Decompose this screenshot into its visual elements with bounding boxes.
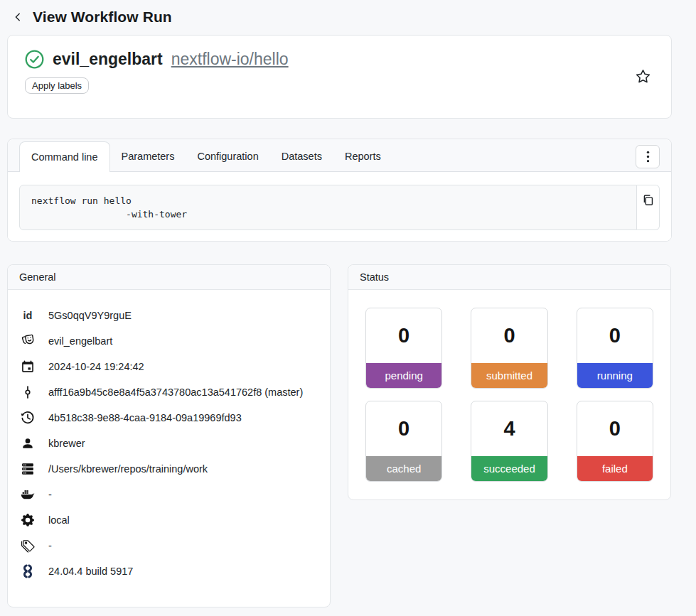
command-line-panel: nextflow run hello -with-tower <box>8 172 671 241</box>
apply-labels-button[interactable]: Apply labels <box>25 77 89 94</box>
tab-command-line[interactable]: Command line <box>19 141 110 172</box>
session-id-value: 4b518c38-9e88-4caa-9184-09a19969fd93 <box>48 412 242 423</box>
nextflow-version-value: 24.04.4 build 5917 <box>48 566 133 577</box>
general-row-commit: afff16a9b45c8e8a4f5a3743780ac13a541762f8… <box>19 379 318 405</box>
succeeded-count: 4 <box>471 401 547 456</box>
check-circle-icon <box>25 50 44 69</box>
status-box-cached: 0 cached <box>365 401 442 482</box>
container-value: - <box>48 489 52 500</box>
running-count: 0 <box>577 308 653 363</box>
tab-datasets[interactable]: Datasets <box>270 141 333 171</box>
git-commit-icon <box>19 386 36 399</box>
labels-value: - <box>48 540 52 551</box>
pending-label: pending <box>366 363 441 388</box>
nextflow-logo-icon <box>19 564 36 578</box>
status-grid: 0 pending 0 submitted 0 running 0 cached… <box>348 290 670 499</box>
workdir-value: /Users/kbrewer/repos/training/work <box>48 463 208 475</box>
general-row-container: - <box>19 482 318 507</box>
run-date-value: 2024-10-24 19:24:42 <box>48 361 144 372</box>
tab-bar: Command line Parameters Configuration Da… <box>8 139 671 172</box>
tab-reports[interactable]: Reports <box>333 141 392 171</box>
docker-icon <box>19 487 36 502</box>
cached-count: 0 <box>366 401 441 456</box>
general-row-labels: - <box>19 533 318 558</box>
chevron-left-icon <box>13 11 23 23</box>
failed-label: failed <box>577 456 653 481</box>
status-box-succeeded: 4 succeeded <box>471 401 547 482</box>
masks-icon <box>19 334 36 348</box>
user-icon <box>19 437 36 450</box>
failed-count: 0 <box>577 401 653 456</box>
star-button[interactable] <box>635 69 651 85</box>
tab-parameters[interactable]: Parameters <box>110 141 186 171</box>
running-label: running <box>577 363 653 388</box>
run-id-value: 5Gs0qqV9Y9rguE <box>48 310 132 321</box>
repository-link[interactable]: nextflow-io/hello <box>171 50 289 69</box>
status-box-failed: 0 failed <box>577 401 653 482</box>
succeeded-label: succeeded <box>471 456 547 481</box>
run-name: evil_engelbart <box>53 50 163 69</box>
command-line-code: nextflow run hello -with-tower <box>19 185 637 230</box>
server-icon <box>19 463 36 475</box>
history-icon <box>19 411 36 425</box>
page-title: View Workflow Run <box>33 9 172 26</box>
status-box-running: 0 running <box>577 308 653 389</box>
cached-label: cached <box>366 456 441 481</box>
general-row-session: 4b518c38-9e88-4caa-9184-09a19969fd93 <box>19 405 318 431</box>
status-card-title: Status <box>348 265 670 290</box>
run-name-value: evil_engelbart <box>48 335 112 347</box>
status-box-pending: 0 pending <box>365 308 442 389</box>
pending-count: 0 <box>366 308 441 363</box>
status-card: Status 0 pending 0 submitted 0 running 0… <box>348 264 671 500</box>
run-details-card: Command line Parameters Configuration Da… <box>7 139 672 242</box>
star-icon <box>635 69 651 85</box>
general-row-executor: local <box>19 507 318 533</box>
launch-user-value: kbrewer <box>48 438 85 449</box>
page-header: View Workflow Run <box>7 7 672 33</box>
tab-configuration[interactable]: Configuration <box>186 141 269 171</box>
status-box-submitted: 0 submitted <box>471 308 547 389</box>
run-header-card: evil_engelbart nextflow-io/hello Apply l… <box>7 35 672 119</box>
general-card-title: General <box>8 265 330 290</box>
commit-hash-value: afff16a9b45c8e8a4f5a3743780ac13a541762f8… <box>48 387 303 398</box>
gear-icon <box>19 514 36 526</box>
workflow-run-page: View Workflow Run evil_engelbart nextflo… <box>0 0 672 616</box>
copy-icon <box>642 194 654 229</box>
options-menu-button[interactable] <box>636 145 660 168</box>
general-row-date: 2024-10-24 19:24:42 <box>19 354 318 379</box>
general-card: General id 5Gs0qqV9Y9rguE <box>7 264 331 607</box>
executor-value: local <box>48 514 70 526</box>
general-row-nextflow-version: 24.04.4 build 5917 <box>19 558 318 584</box>
kebab-vertical-icon <box>646 151 650 163</box>
general-row-user: kbrewer <box>19 431 318 456</box>
general-row-workdir: /Users/kbrewer/repos/training/work <box>19 456 318 482</box>
copy-button[interactable] <box>637 185 660 230</box>
general-row-run-name: evil_engelbart <box>19 328 318 354</box>
calendar-icon <box>19 360 36 373</box>
general-row-id: id 5Gs0qqV9Y9rguE <box>19 303 318 328</box>
submitted-label: submitted <box>471 363 547 388</box>
back-button[interactable] <box>11 10 24 24</box>
tags-icon <box>19 539 36 553</box>
submitted-count: 0 <box>471 308 547 363</box>
id-text-label: id <box>19 310 36 321</box>
